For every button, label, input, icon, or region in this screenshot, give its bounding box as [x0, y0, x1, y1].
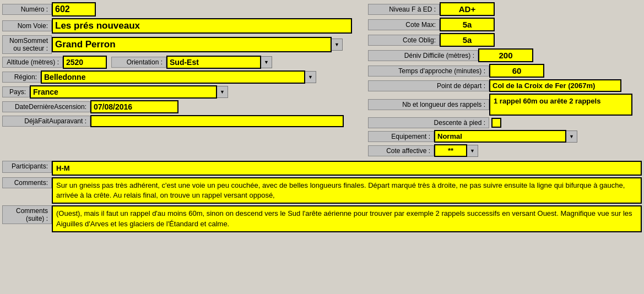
- deja-row: DéjàFaitAuparavant :: [2, 115, 366, 127]
- nom-voie-label: Nom Voie:: [2, 20, 52, 31]
- cote-max-row: Cote Max: 5a: [368, 18, 642, 31]
- niveau-row: Niveau F à ED : AD+: [368, 2, 642, 16]
- temps-input[interactable]: 60: [489, 64, 544, 78]
- equipement-chevron[interactable]: ▼: [566, 130, 577, 143]
- right-panel: Niveau F à ED : AD+ Cote Max: 5a Cote Ob…: [368, 2, 642, 159]
- altitude-input[interactable]: 2520: [63, 56, 107, 69]
- point-depart-row: Point de départ : Col de la Croix de Fer…: [368, 79, 642, 92]
- deniv-input[interactable]: 200: [478, 48, 533, 62]
- nb-rappels-input[interactable]: 1 rappel 60m ou arête 2 rappels: [489, 94, 632, 116]
- nb-rappels-row: Nb et longueur des rappels : 1 rappel 60…: [368, 94, 642, 116]
- bottom-section: Participants: H-M Comments: Sur un gneis…: [2, 161, 642, 232]
- nom-sommet-chevron[interactable]: ▼: [332, 39, 343, 51]
- region-row: Région: Belledonne ▼: [2, 70, 366, 84]
- point-depart-input[interactable]: Col de la Croix de Fer (2067m): [489, 79, 621, 92]
- comments-input[interactable]: Sur un gneiss pas très adhérent, c'est u…: [52, 177, 642, 204]
- descente-checkbox[interactable]: [491, 118, 501, 128]
- cote-aff-input[interactable]: **: [434, 144, 467, 157]
- altitude-row: Altitude (mètres) : 2520 Orientation : S…: [2, 56, 366, 69]
- altitude-label: Altitude (mètres) :: [2, 57, 63, 68]
- participants-row: Participants: H-M: [2, 161, 642, 176]
- nom-sommet-label: NomSommet ou secteur :: [2, 35, 52, 54]
- comments-suite-label: Comments (suite) :: [2, 205, 52, 224]
- deja-label: DéjàFaitAuparavant :: [2, 116, 90, 127]
- deniv-label: Déniv Difficile (mètres) :: [368, 50, 478, 61]
- orientation-chevron[interactable]: ▼: [261, 56, 272, 68]
- niveau-label: Niveau F à ED :: [368, 4, 440, 15]
- descente-row: Descente à pied :: [368, 117, 642, 128]
- nom-sommet-row: NomSommet ou secteur : Grand Perron ▼: [2, 35, 366, 54]
- point-depart-label: Point de départ :: [368, 80, 489, 91]
- comments-suite-input[interactable]: (Ouest), mais il faut un rappel d'au moi…: [52, 205, 642, 232]
- pays-label: Pays:: [2, 86, 30, 97]
- equipement-select[interactable]: Normal: [434, 130, 566, 143]
- numero-label: Numéro :: [2, 4, 52, 15]
- numero-input[interactable]: 602: [52, 2, 96, 17]
- participants-label: Participants:: [2, 161, 52, 173]
- nb-rappels-label: Nb et longueur des rappels :: [368, 99, 489, 110]
- region-chevron[interactable]: ▼: [305, 71, 316, 83]
- numero-row: Numéro : 602: [2, 2, 366, 17]
- deja-input[interactable]: [90, 115, 344, 127]
- date-row: DateDernièreAscension: 07/08/2016: [2, 100, 366, 113]
- orientation-label: Orientation :: [111, 57, 166, 68]
- cote-max-label: Cote Max:: [368, 19, 440, 30]
- nom-voie-input[interactable]: Les prés nouveaux: [52, 18, 352, 34]
- cote-aff-label: Cote affective :: [368, 145, 434, 156]
- deniv-row: Déniv Difficile (mètres) : 200: [368, 48, 642, 62]
- region-label: Région:: [2, 72, 41, 83]
- equipement-label: Equipement :: [368, 131, 434, 142]
- nom-sommet-select[interactable]: Grand Perron: [52, 37, 332, 52]
- cote-max-input[interactable]: 5a: [440, 18, 495, 31]
- top-section: Numéro : 602 Nom Voie: Les prés nouveaux…: [2, 2, 642, 159]
- cote-aff-chevron[interactable]: ▼: [467, 145, 478, 157]
- cote-aff-row: Cote affective : ** ▼: [368, 144, 642, 157]
- comments-label: Comments:: [2, 177, 52, 188]
- descente-label: Descente à pied :: [368, 117, 489, 128]
- temps-row: Temps d'approche (minutes) : 60: [368, 64, 642, 78]
- equipement-row: Equipement : Normal ▼: [368, 130, 642, 143]
- date-label: DateDernièreAscension:: [2, 101, 90, 112]
- temps-label: Temps d'approche (minutes) :: [368, 66, 489, 77]
- pays-chevron[interactable]: ▼: [217, 86, 228, 98]
- cote-oblig-input[interactable]: 5a: [440, 33, 495, 47]
- nom-voie-row: Nom Voie: Les prés nouveaux: [2, 18, 366, 34]
- date-input[interactable]: 07/08/2016: [90, 100, 178, 113]
- orientation-select[interactable]: Sud-Est: [166, 56, 261, 69]
- pays-row: Pays: France ▼: [2, 85, 366, 99]
- cote-oblig-label: Cote Oblig:: [368, 35, 440, 46]
- main-container: Numéro : 602 Nom Voie: Les prés nouveaux…: [0, 0, 644, 236]
- niveau-input[interactable]: AD+: [440, 2, 495, 16]
- comments-suite-row: Comments (suite) : (Ouest), mais il faut…: [2, 205, 642, 232]
- cote-oblig-row: Cote Oblig: 5a: [368, 33, 642, 47]
- region-select[interactable]: Belledonne: [41, 70, 305, 84]
- participants-input[interactable]: H-M: [52, 161, 642, 176]
- left-panel: Numéro : 602 Nom Voie: Les prés nouveaux…: [2, 2, 366, 159]
- comments-row: Comments: Sur un gneiss pas très adhéren…: [2, 177, 642, 204]
- pays-select[interactable]: France: [30, 85, 217, 99]
